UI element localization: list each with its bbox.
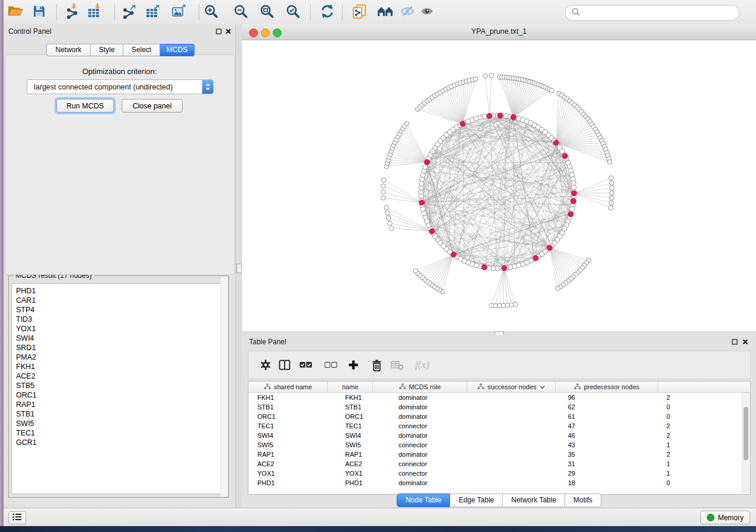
table-row[interactable]: TEC1TEC1connector472 bbox=[248, 421, 742, 431]
column-header-name[interactable]: name bbox=[328, 382, 373, 392]
mcds-result-item[interactable]: STP4 bbox=[16, 305, 225, 315]
tab-style[interactable]: Style bbox=[91, 44, 123, 56]
mcds-result-item[interactable]: PMA2 bbox=[16, 352, 225, 362]
create-column-button[interactable] bbox=[347, 358, 359, 372]
function-builder-button: f(x) bbox=[412, 358, 432, 372]
column-header-predecessor-nodes[interactable]: predecessor nodes bbox=[556, 382, 658, 392]
splitter-handle[interactable] bbox=[237, 264, 242, 273]
search-input[interactable] bbox=[583, 8, 733, 18]
deselect-all-button[interactable] bbox=[324, 358, 337, 372]
table-row[interactable]: SWI5SWI5connector431 bbox=[248, 440, 742, 450]
table-row[interactable]: SWI4SWI4dominator462 bbox=[248, 431, 742, 440]
hide-selected-button[interactable] bbox=[397, 2, 418, 23]
cell: 62 bbox=[492, 403, 575, 411]
cell: 0 bbox=[575, 413, 670, 420]
float-panel-icon[interactable] bbox=[731, 338, 738, 345]
zoom-in-button[interactable] bbox=[200, 2, 222, 23]
export-table-button[interactable] bbox=[142, 2, 163, 23]
tab-motifs[interactable]: Motifs bbox=[565, 493, 601, 507]
close-panel-button[interactable]: Close panel bbox=[122, 99, 183, 113]
import-table-button[interactable] bbox=[84, 2, 105, 23]
mcds-result-item[interactable]: TID3 bbox=[16, 315, 225, 324]
clone-network-button[interactable] bbox=[349, 2, 370, 23]
horizontal-splitter[interactable] bbox=[242, 331, 756, 335]
mcds-result-item[interactable]: SRD1 bbox=[16, 343, 225, 352]
network-window-titlebar[interactable]: YPA_prune.txt_1 bbox=[242, 24, 756, 40]
mcds-result-item[interactable]: SWI4 bbox=[16, 334, 225, 343]
network-graph[interactable] bbox=[242, 40, 756, 331]
column-type-icon bbox=[574, 383, 581, 391]
mcds-list-scrollbar[interactable] bbox=[220, 277, 228, 496]
eye-icon bbox=[420, 5, 434, 20]
tab-node-table[interactable]: Node Table bbox=[397, 493, 451, 507]
mcds-result-list[interactable]: PHD1CAR1STP4TID3YOX1SWI4SRD1PMA2FKH1ACE2… bbox=[11, 283, 226, 494]
export-network-button[interactable] bbox=[118, 2, 139, 23]
column-label: shared name bbox=[274, 383, 312, 390]
table-scrollbar[interactable] bbox=[742, 393, 750, 493]
table-body: FKH1FKH1dominator962STB1STB1dominator620… bbox=[248, 393, 742, 494]
network-window-title: YPA_prune.txt_1 bbox=[242, 27, 756, 36]
column-header-MCDS-role[interactable]: MCDS role bbox=[373, 382, 467, 392]
first-neighbors-button[interactable] bbox=[374, 2, 395, 23]
cell: 0 bbox=[575, 403, 670, 411]
table-row[interactable]: FKH1FKH1dominator962 bbox=[248, 393, 742, 402]
search-icon bbox=[572, 8, 580, 18]
mcds-result-item[interactable]: PHD1 bbox=[16, 286, 225, 296]
column-header-shared-name[interactable]: shared name bbox=[248, 382, 328, 392]
tab-mcds[interactable]: MCDS bbox=[160, 44, 194, 56]
tab-network-table[interactable]: Network Table bbox=[503, 493, 565, 507]
show-all-button[interactable] bbox=[416, 2, 438, 23]
float-panel-icon[interactable] bbox=[215, 28, 222, 35]
mcds-result-item[interactable]: TEC1 bbox=[16, 428, 225, 438]
table-row[interactable]: STB1STB1dominator620 bbox=[248, 402, 742, 412]
cell: dominator bbox=[390, 403, 492, 411]
save-session-button[interactable] bbox=[28, 2, 50, 23]
split-panel-button[interactable] bbox=[279, 358, 291, 372]
scrollbar-thumb[interactable] bbox=[744, 407, 748, 460]
table-row[interactable]: RAP1RAP1dominator352 bbox=[248, 450, 742, 459]
zoom-out-button[interactable] bbox=[230, 2, 251, 23]
mcds-result-item[interactable]: GCR1 bbox=[16, 438, 225, 447]
zoom-selected-button[interactable] bbox=[282, 2, 304, 23]
zoom-in-icon bbox=[204, 4, 218, 20]
tab-select[interactable]: Select bbox=[123, 44, 160, 56]
mcds-result-item[interactable]: RAP1 bbox=[16, 400, 225, 409]
run-mcds-button[interactable]: Run MCDS bbox=[56, 99, 114, 113]
zoom-fit-button[interactable] bbox=[256, 2, 277, 23]
refresh-button[interactable] bbox=[317, 2, 338, 23]
table-row[interactable]: ACE2ACE2connector311 bbox=[248, 459, 742, 469]
task-history-button[interactable] bbox=[8, 511, 26, 524]
column-header-successor-nodes[interactable]: successor nodes bbox=[467, 382, 556, 392]
close-panel-icon[interactable] bbox=[742, 338, 749, 345]
export-image-button[interactable] bbox=[168, 2, 189, 23]
tab-network[interactable]: Network bbox=[46, 44, 91, 56]
mcds-result-item[interactable]: ACE2 bbox=[16, 371, 225, 381]
delete-column-button[interactable] bbox=[371, 358, 383, 372]
table-settings-button[interactable] bbox=[260, 358, 272, 372]
network-canvas[interactable] bbox=[242, 40, 756, 331]
optimization-selected-value: largest connected component (undirected) bbox=[27, 83, 202, 91]
table-row[interactable]: ORC1ORC1dominator610 bbox=[248, 412, 742, 421]
control-panel: Control Panel NetworkStyleSelectMCDS Opt… bbox=[4, 24, 235, 508]
mcds-result-item[interactable]: ORC1 bbox=[16, 390, 225, 400]
close-panel-icon[interactable] bbox=[225, 28, 232, 35]
select-all-button[interactable] bbox=[299, 358, 312, 372]
cell: dominator bbox=[390, 394, 492, 401]
network-window: YPA_prune.txt_1 bbox=[242, 24, 756, 331]
tab-edge-table[interactable]: Edge Table bbox=[450, 493, 503, 507]
open-file-button[interactable] bbox=[4, 2, 25, 23]
mcds-result-item[interactable]: FKH1 bbox=[16, 362, 225, 371]
table-row[interactable]: PHD1PHD1dominator180 bbox=[248, 478, 742, 488]
table-row[interactable]: YOX1YOX1connector291 bbox=[248, 469, 742, 478]
mcds-result-item[interactable]: SWI5 bbox=[16, 419, 225, 428]
mcds-result-item[interactable]: STB5 bbox=[16, 381, 225, 390]
import-network-button[interactable] bbox=[62, 2, 83, 23]
memory-button[interactable]: Memory bbox=[700, 511, 750, 524]
column-label: MCDS role bbox=[409, 383, 441, 390]
delete-table-button[interactable] bbox=[391, 358, 404, 372]
cell: 31 bbox=[492, 460, 575, 467]
optimization-select[interactable]: largest connected component (undirected) bbox=[27, 79, 213, 94]
mcds-result-item[interactable]: STB1 bbox=[16, 409, 225, 419]
mcds-result-item[interactable]: YOX1 bbox=[16, 324, 225, 334]
mcds-result-item[interactable]: CAR1 bbox=[16, 296, 225, 305]
